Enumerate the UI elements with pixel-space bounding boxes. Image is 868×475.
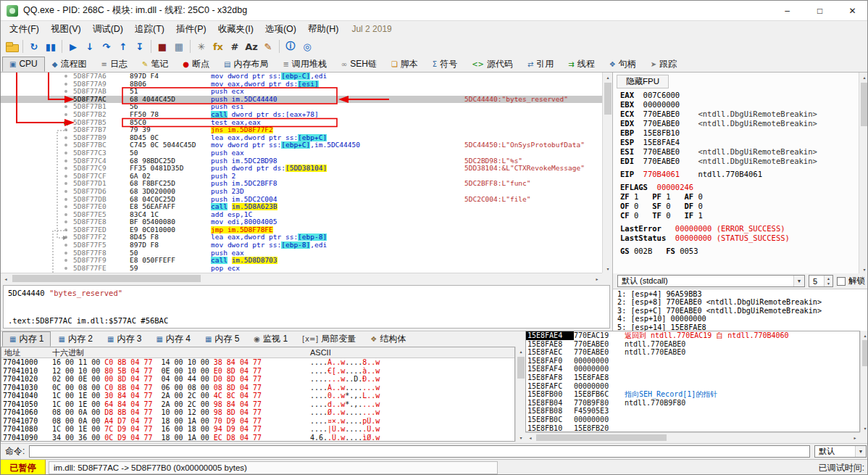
unlock-checkbox[interactable]: 解锁 — [837, 276, 865, 286]
menu-item[interactable]: 追踪(T) — [129, 22, 170, 37]
tab-7[interactable]: ∞SEH链 — [334, 57, 384, 72]
register-line[interactable]: LastStatus 00000000 (STATUS_SUCCESS) — [620, 234, 859, 243]
maximize-button[interactable]: □ — [804, 1, 836, 20]
menu-item[interactable]: 视图(V) — [45, 22, 87, 37]
search-icon[interactable]: ◎ — [299, 38, 315, 54]
convention-select[interactable]: 默认 (stdcall) ▼ — [617, 275, 805, 287]
bottom-tab-4[interactable]: ▦内存 5 — [198, 331, 246, 347]
disassembly-view[interactable]: 5D8F77A6897D F4mov dword ptr ss:[ebp-C],… — [1, 73, 602, 273]
register-line[interactable]: ZF 1 PF 1 AF 0 — [620, 192, 859, 202]
tab-12[interactable]: ⇉线程 — [561, 57, 601, 72]
disasm-row[interactable]: 5D8F77F9E8 050FFEFFcall im.5D8D8703 — [1, 257, 602, 265]
stepper-down-icon[interactable]: ▼ — [825, 281, 832, 287]
register-line[interactable]: CF 0 TF 0 IF 1 — [620, 211, 859, 220]
stack-row[interactable]: 15E8FAE4770EAC19返回到 ntdll.770EAC19 自 ntd… — [526, 331, 859, 340]
stack-view[interactable]: 15E8FAE4770EAC19返回到 ntdll.770EAC19 自 ntd… — [525, 331, 860, 432]
help-icon[interactable]: ⓘ — [283, 38, 299, 54]
disasm-row[interactable]: 5D8F77B585C0test eax,eax — [1, 119, 602, 127]
register-line[interactable]: ESP 15E8FAE4 — [620, 138, 859, 147]
vscroll-thumb[interactable] — [861, 83, 868, 126]
menu-item[interactable]: 文件(F) — [4, 22, 45, 37]
disasm-row[interactable]: 5D8F77AC68 4044C45Dpush im.5DC444405DC44… — [1, 96, 602, 104]
stepper-up-icon[interactable]: ▲ — [825, 276, 832, 281]
dump-row[interactable]: 7704102002 00 0E 00 00 8D 04 77 04 00 44… — [1, 375, 514, 384]
register-line[interactable]: EDI 770EABE0 <ntdll.DbgUiRemoteBreakin> — [620, 157, 859, 166]
step-out-icon[interactable]: ↑ — [115, 38, 131, 54]
command-syntax-select[interactable]: 默认 ▼ — [814, 445, 867, 458]
disasm-row[interactable]: 5D8F77CF6A 02push 2 — [1, 173, 602, 181]
run-icon[interactable]: ▶ — [65, 38, 81, 54]
scroll-down-icon[interactable]: ▾ — [516, 433, 526, 442]
esp-arg-line[interactable]: 5: [esp+14] 15E8FAE8 — [617, 323, 868, 331]
settings-icon[interactable]: ✳ — [193, 38, 209, 54]
tab-10[interactable]: <>源代码 — [464, 57, 520, 72]
hscroll-thumb[interactable] — [536, 434, 667, 441]
disasm-row[interactable]: 5D8F77A6897D F4mov dword ptr ss:[ebp-C],… — [1, 73, 602, 80]
esp-arg-line[interactable]: 3: [esp+C] 770EABE0 <ntdll.DbgUiRemoteBr… — [617, 307, 868, 315]
register-line[interactable]: EFLAGS 00000246 — [620, 183, 859, 192]
menu-item[interactable]: 收藏夹(I) — [212, 22, 259, 37]
dump-view[interactable]: 地址 十六进制 ASCII 7704100016 00 11 00 C0 8B … — [1, 347, 515, 442]
menu-item[interactable]: 帮助(H) — [302, 22, 344, 37]
hide-fpu-button[interactable]: 隐藏FPU — [617, 75, 669, 88]
vscroll-thumb[interactable] — [604, 83, 612, 115]
disasm-row[interactable]: 5D8F77F5897D F8mov dword ptr ss:[ebp-8],… — [1, 241, 602, 249]
disasm-row[interactable]: 5D8F77DB68 04C0C25Dpush im.5DC2C0045DC2C… — [1, 196, 602, 204]
disasm-row[interactable]: 5D8F77E0E8 56EAFAFFcall im.5D8A623B — [1, 203, 602, 211]
menu-item[interactable]: 调试(D) — [87, 22, 129, 37]
tab-11[interactable]: ⇄引用 — [520, 57, 561, 72]
dump-row[interactable]: 770410300C 00 08 00 C0 8B 04 77 06 00 08… — [1, 384, 514, 392]
stack-row[interactable]: 15E8FAF815E8FAE8 — [526, 373, 859, 382]
disasm-row[interactable]: 5D8F77C350push eax — [1, 149, 602, 157]
scroll-down-icon[interactable]: ▾ — [859, 265, 868, 273]
disasm-row[interactable]: 5D8F77F28D45 F8lea eax,dword ptr ss:[ebp… — [1, 234, 602, 241]
vscroll-thumb[interactable] — [862, 340, 868, 366]
register-line[interactable]: ECX 770EABE0 <ntdll.DbgUiRemoteBreakin> — [620, 110, 859, 119]
disasm-row[interactable]: 5D8F77F850push eax — [1, 249, 602, 257]
stack-row[interactable]: 15E8FB0C00000000 — [526, 416, 859, 424]
restart-icon[interactable]: ↻ — [26, 38, 42, 54]
open-file-icon[interactable] — [4, 38, 20, 54]
tab-4[interactable]: ●断点 — [175, 57, 217, 72]
tab-8[interactable]: ❏脚本 — [384, 57, 425, 72]
tab-1[interactable]: ◆流程图 — [45, 57, 94, 72]
command-input[interactable] — [29, 445, 810, 458]
menu-item[interactable]: 选项(O) — [259, 22, 302, 37]
stack-vscrollbar[interactable]: ▴ ▾ — [860, 331, 868, 432]
scroll-right-icon[interactable]: ▸ — [592, 274, 602, 283]
scroll-up-icon[interactable]: ▴ — [860, 331, 868, 339]
disasm-row[interactable]: 5D8F77B779 39jns im.5D8F77F2 — [1, 126, 602, 134]
disassembly-hscrollbar[interactable]: ◂ ▸ — [1, 273, 602, 283]
esp-arg-line[interactable]: 4: [esp+10] 00000000 — [617, 315, 868, 323]
dump-vscrollbar[interactable]: ▴ ▾ — [515, 347, 525, 442]
registers-vscrollbar[interactable]: ▴ ▾ — [859, 73, 868, 273]
tab-6[interactable]: ≣调用堆栈 — [275, 57, 333, 72]
vscroll-thumb[interactable] — [517, 357, 525, 379]
scroll-up-icon[interactable]: ▴ — [603, 73, 613, 81]
tab-5[interactable]: ▤内存布局 — [217, 57, 275, 72]
scroll-left-icon[interactable]: ◂ — [1, 274, 11, 283]
tab-13[interactable]: ❖句柄 — [602, 57, 643, 72]
dump-row[interactable]: 770410401C 00 1E 00 30 84 04 77 2A 00 2C… — [1, 392, 514, 400]
registers-panel[interactable]: 隐藏FPU EAX 007C6000EBX 00000000ECX 770EAB… — [612, 73, 859, 273]
dump-row[interactable]: 7704100016 00 11 00 C0 8B 04 77 14 00 10… — [1, 358, 514, 367]
stack-row[interactable]: 15E8FAFC00000000 — [526, 382, 859, 391]
register-line[interactable]: EIP 770B4061 ntdll.770B4061 — [620, 170, 859, 179]
register-line[interactable]: OF 0 SF 0 DF 0 — [620, 202, 859, 211]
register-line[interactable]: ESI 770EABE0 <ntdll.DbgUiRemoteBreakin> — [620, 147, 859, 157]
disasm-row[interactable]: 5D8F77B98D45 0Clea eax,dword ptr ss:[ebp… — [1, 134, 602, 142]
pause-icon[interactable]: ▮▮ — [43, 38, 59, 54]
stack-row[interactable]: 15E8FB0015E8FB6C指向SEH_Record[1]的指针 — [526, 390, 859, 399]
dump-row[interactable]: 7704109034 00 36 00 0C D9 04 77 18 00 1A… — [1, 434, 514, 442]
dump-row[interactable]: 770410801C 00 1E 00 7C D9 04 77 16 00 18… — [1, 425, 514, 434]
disasm-row[interactable]: 5D8F77C9FF35 0481D35Dpush dword ptr ds:[… — [1, 165, 602, 173]
scroll-down-icon[interactable]: ▾ — [860, 424, 868, 432]
stack-row[interactable]: 15E8FB04770B9F80ntdll.770B9F80 — [526, 399, 859, 408]
highlight-fx-icon[interactable]: fx — [210, 38, 226, 54]
register-line[interactable]: LastError 00000000 (ERROR_SUCCESS) — [620, 224, 859, 234]
dump-row[interactable]: 770410501C 00 1E 00 64 84 04 77 2A 00 2C… — [1, 400, 514, 409]
register-line[interactable]: EBP 15E8FB10 — [620, 128, 859, 138]
stop-icon[interactable]: ■ — [154, 38, 170, 54]
bottom-tab-2[interactable]: ▦内存 3 — [100, 331, 149, 347]
step-into-icon[interactable]: ↓ — [82, 38, 98, 54]
